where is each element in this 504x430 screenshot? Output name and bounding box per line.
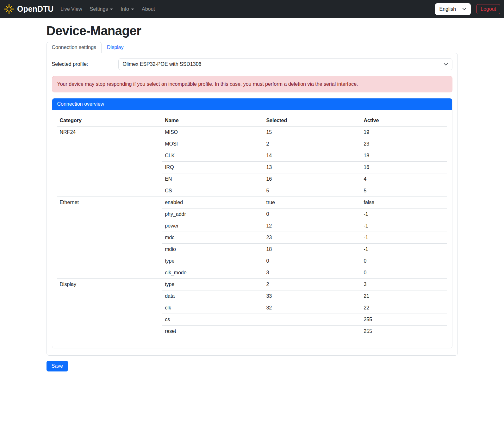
name-cell: clk_mode bbox=[162, 267, 264, 279]
name-cell: CS bbox=[162, 185, 264, 197]
selected-cell: 5 bbox=[264, 185, 361, 197]
logout-button[interactable]: Logout bbox=[476, 4, 500, 14]
tab-connection-settings[interactable]: Connection settings bbox=[47, 42, 102, 53]
name-cell: enabled bbox=[162, 197, 264, 209]
nav-item-about[interactable]: About bbox=[138, 4, 159, 15]
tab-bar: Connection settings Display bbox=[47, 42, 458, 53]
table-row: Displaytype23 bbox=[57, 279, 447, 290]
selected-cell: 14 bbox=[264, 150, 361, 162]
name-cell: type bbox=[162, 279, 264, 290]
selected-cell: 2 bbox=[264, 138, 361, 150]
column-header-name: Name bbox=[162, 115, 264, 127]
active-cell: 0 bbox=[361, 255, 447, 267]
active-cell: 19 bbox=[361, 127, 447, 138]
brand-link[interactable]: OpenDTU bbox=[4, 4, 53, 14]
save-button[interactable]: Save bbox=[47, 361, 68, 371]
nav-item-label: Settings bbox=[90, 6, 108, 12]
profile-select-value: Olimex ESP32-POE with SSD1306 bbox=[123, 61, 202, 67]
name-cell: data bbox=[162, 290, 264, 302]
category-cell: Ethernet bbox=[57, 197, 163, 279]
navbar-right: English Logout bbox=[435, 3, 500, 15]
active-cell: 21 bbox=[361, 290, 447, 302]
selected-cell: 2 bbox=[264, 279, 361, 290]
name-cell: mdio bbox=[162, 244, 264, 255]
active-cell: 0 bbox=[361, 267, 447, 279]
nav-item-label: About bbox=[142, 6, 155, 12]
connection-overview-body: Category Name Selected Active NRF24MISO1… bbox=[52, 110, 452, 348]
profile-select[interactable]: Olimex ESP32-POE with SSD1306 bbox=[118, 58, 452, 70]
selected-cell: 23 bbox=[264, 232, 361, 244]
name-cell: IRQ bbox=[162, 162, 264, 173]
navbar: OpenDTU Live View Settings Info About En… bbox=[0, 0, 504, 18]
incompatible-profile-warning: Your device may stop responding if you s… bbox=[52, 76, 452, 92]
page-title: Device-Manager bbox=[47, 24, 458, 38]
chevron-down-icon bbox=[462, 7, 466, 11]
connection-overview-header: Connection overview bbox=[52, 98, 452, 110]
column-header-active: Active bbox=[361, 115, 447, 127]
main-nav: Live View Settings Info About bbox=[57, 4, 159, 15]
nav-item-info[interactable]: Info bbox=[117, 4, 138, 15]
name-cell: type bbox=[162, 255, 264, 267]
name-cell: cs bbox=[162, 314, 264, 326]
nav-item-settings[interactable]: Settings bbox=[86, 4, 117, 15]
page-container: Device-Manager Connection settings Displ… bbox=[47, 18, 458, 371]
active-cell: 255 bbox=[361, 326, 447, 337]
tab-content-card: Selected profile: Olimex ESP32-POE with … bbox=[47, 53, 458, 356]
active-cell: -1 bbox=[361, 220, 447, 232]
active-cell: 16 bbox=[361, 162, 447, 173]
selected-cell bbox=[264, 314, 361, 326]
selected-cell: 0 bbox=[264, 255, 361, 267]
selected-cell: true bbox=[264, 197, 361, 209]
selected-cell: 0 bbox=[264, 209, 361, 220]
overview-table-body: NRF24MISO1519MOSI223CLK1418IRQ1316EN164C… bbox=[57, 127, 447, 337]
table-header-row: Category Name Selected Active bbox=[57, 115, 447, 127]
caret-down-icon bbox=[131, 9, 134, 10]
active-cell: false bbox=[361, 197, 447, 209]
name-cell: clk bbox=[162, 302, 264, 314]
selected-cell: 12 bbox=[264, 220, 361, 232]
active-cell: 22 bbox=[361, 302, 447, 314]
column-header-category: Category bbox=[57, 115, 163, 127]
sun-icon bbox=[4, 4, 14, 14]
name-cell: MISO bbox=[162, 127, 264, 138]
tab-display[interactable]: Display bbox=[102, 42, 129, 53]
table-row: Ethernetenabledtruefalse bbox=[57, 197, 447, 209]
selected-cell: 16 bbox=[264, 173, 361, 185]
selected-cell: 15 bbox=[264, 127, 361, 138]
connection-overview-card: Connection overview Category Name Select… bbox=[52, 98, 452, 348]
nav-item-label: Live View bbox=[60, 6, 82, 12]
overview-table: Category Name Selected Active NRF24MISO1… bbox=[57, 115, 447, 337]
chevron-down-icon bbox=[444, 62, 448, 66]
category-cell: NRF24 bbox=[57, 127, 163, 197]
name-cell: CLK bbox=[162, 150, 264, 162]
active-cell: 23 bbox=[361, 138, 447, 150]
name-cell: phy_addr bbox=[162, 209, 264, 220]
language-select[interactable]: English bbox=[435, 3, 471, 15]
table-row: NRF24MISO1519 bbox=[57, 127, 447, 138]
active-cell: -1 bbox=[361, 209, 447, 220]
caret-down-icon bbox=[110, 9, 113, 10]
active-cell: 3 bbox=[361, 279, 447, 290]
nav-item-live-view[interactable]: Live View bbox=[57, 4, 86, 15]
active-cell: 255 bbox=[361, 314, 447, 326]
selected-cell: 13 bbox=[264, 162, 361, 173]
active-cell: -1 bbox=[361, 232, 447, 244]
selected-cell: 3 bbox=[264, 267, 361, 279]
selected-profile-row: Selected profile: Olimex ESP32-POE with … bbox=[52, 58, 452, 70]
active-cell: 18 bbox=[361, 150, 447, 162]
nav-item-label: Info bbox=[121, 6, 129, 12]
category-cell: Display bbox=[57, 279, 163, 337]
name-cell: EN bbox=[162, 173, 264, 185]
selected-cell bbox=[264, 326, 361, 337]
name-cell: power bbox=[162, 220, 264, 232]
brand-label: OpenDTU bbox=[17, 4, 53, 14]
active-cell: 4 bbox=[361, 173, 447, 185]
name-cell: reset bbox=[162, 326, 264, 337]
selected-cell: 32 bbox=[264, 302, 361, 314]
active-cell: 5 bbox=[361, 185, 447, 197]
selected-cell: 18 bbox=[264, 244, 361, 255]
selected-cell: 33 bbox=[264, 290, 361, 302]
active-cell: -1 bbox=[361, 244, 447, 255]
name-cell: mdc bbox=[162, 232, 264, 244]
language-value: English bbox=[439, 6, 456, 12]
